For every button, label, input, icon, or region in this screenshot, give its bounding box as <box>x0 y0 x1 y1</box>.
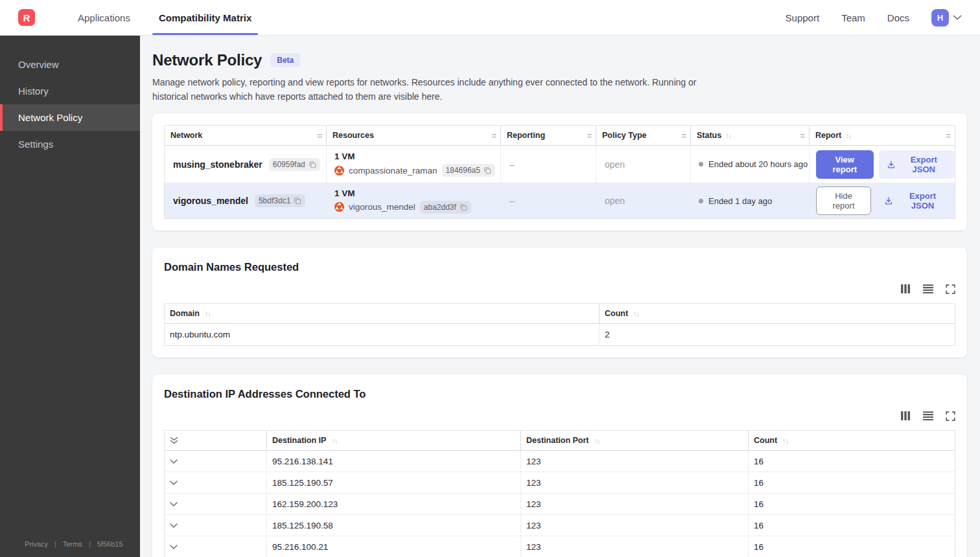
sort-icon[interactable]: ↑↓ <box>782 437 788 444</box>
column-resize-handle[interactable]: = <box>800 131 805 141</box>
domain-value: ntp.ubuntu.com <box>165 324 600 345</box>
destination-table-row: 162.159.200.123 123 16 <box>165 494 955 515</box>
tab-applications[interactable]: Applications <box>75 0 133 35</box>
row-expand-icon[interactable] <box>170 481 178 485</box>
nav-link-support[interactable]: Support <box>786 12 820 23</box>
column-header-count[interactable]: Count ↑↓ <box>749 431 955 450</box>
row-density-icon[interactable] <box>923 284 933 294</box>
column-header-destination-port[interactable]: Destination Port ↑↓ <box>521 431 749 450</box>
row-expand-icon[interactable] <box>170 459 178 464</box>
row-expand-icon[interactable] <box>170 502 178 506</box>
count-value: 16 <box>749 451 955 472</box>
row-expand-icon[interactable] <box>170 523 178 528</box>
network-name: vigorous_mendel <box>173 196 248 206</box>
destinations-table-header: Destination IP ↑↓ Destination Port ↑↓ Co… <box>165 431 955 451</box>
reporting-value: – <box>501 183 596 218</box>
export-json-label: Export JSON <box>901 155 947 174</box>
count-value: 16 <box>749 494 955 514</box>
column-header-reporting[interactable]: Reporting = <box>501 126 596 145</box>
column-header-resources[interactable]: Resources = <box>327 126 501 145</box>
destination-ips-card: Destination IP Addresses Connected To <box>152 374 967 557</box>
columns-icon[interactable] <box>900 411 911 421</box>
privacy-link[interactable]: Privacy <box>25 540 48 548</box>
page-title: Network Policy <box>152 51 262 69</box>
resource-name[interactable]: compassionate_raman <box>349 166 438 176</box>
domains-table-header: Domain ↑↓ Count ↑↓ <box>165 304 955 324</box>
footer-divider: | <box>89 540 91 548</box>
row-expand-icon[interactable] <box>170 545 178 549</box>
top-navigation: R Applications Compatibility Matrix Supp… <box>0 0 980 36</box>
columns-icon[interactable] <box>900 284 911 294</box>
column-header-report[interactable]: Report↑↓ = <box>810 126 955 145</box>
download-icon <box>887 160 896 169</box>
status-dot <box>699 199 703 203</box>
column-label: Domain <box>170 309 200 318</box>
copy-icon[interactable] <box>294 197 301 205</box>
sidebar-item-history[interactable]: History <box>0 78 140 104</box>
count-value: 16 <box>749 515 955 536</box>
status-dot <box>699 162 703 166</box>
column-resize-handle[interactable]: = <box>491 131 496 141</box>
sort-icon[interactable]: ↑↓ <box>725 131 731 139</box>
network-name: musing_stonebraker <box>173 159 262 170</box>
column-resize-handle[interactable]: = <box>946 131 951 141</box>
export-json-button[interactable]: Export JSON <box>879 150 955 179</box>
main-content: Network Policy Beta Manage network polic… <box>140 36 980 557</box>
column-label: Status <box>697 131 721 140</box>
page-description: Manage network policy, reporting and vie… <box>152 76 723 104</box>
network-table-row: musing_stonebraker 60959fad 1 VM <box>165 146 955 183</box>
destination-table-row: 185.125.190.57 123 16 <box>165 472 955 494</box>
sort-icon[interactable]: ↑↓ <box>594 437 600 444</box>
column-header-status[interactable]: Status↑↓ = <box>691 126 810 145</box>
destination-table-row: 95.216.138.141 123 16 <box>165 451 955 472</box>
sort-icon[interactable]: ↑↓ <box>845 131 851 139</box>
status-text: Ended 1 day ago <box>708 196 772 206</box>
user-avatar[interactable]: H <box>931 9 949 27</box>
column-header-policy-type[interactable]: Policy Type = <box>596 126 691 145</box>
tab-compatibility-matrix[interactable]: Compatibility Matrix <box>156 0 254 35</box>
column-header-count[interactable]: Count ↑↓ <box>600 304 955 323</box>
sidebar-item-network-policy[interactable]: Network Policy <box>0 104 140 131</box>
copy-icon[interactable] <box>309 161 316 168</box>
column-label: Policy Type <box>602 131 647 140</box>
destination-ip-value: 185.125.190.57 <box>267 472 521 493</box>
row-density-icon[interactable] <box>923 411 933 421</box>
app-logo[interactable]: R <box>18 9 35 26</box>
copy-icon[interactable] <box>460 203 467 211</box>
column-resize-handle[interactable]: = <box>587 131 592 141</box>
sort-icon[interactable]: ↑↓ <box>331 437 337 444</box>
destination-port-value: 123 <box>521 451 749 472</box>
user-menu[interactable]: H <box>931 9 962 27</box>
nav-link-docs[interactable]: Docs <box>887 12 909 23</box>
resource-name[interactable]: vigorous_mendel <box>349 202 415 212</box>
destination-ip-value: 95.216.138.141 <box>267 451 521 472</box>
copy-icon[interactable] <box>484 166 491 174</box>
column-resize-handle[interactable]: = <box>681 131 686 141</box>
sort-icon[interactable]: ↑↓ <box>205 310 211 317</box>
export-json-button[interactable]: Export JSON <box>876 187 955 215</box>
column-header-destination-ip[interactable]: Destination IP ↑↓ <box>267 431 521 450</box>
expand-fullscreen-icon[interactable] <box>946 411 955 421</box>
destination-ip-value: 162.159.200.123 <box>267 494 521 514</box>
destination-port-value: 123 <box>521 536 749 557</box>
policy-type-value: open <box>596 146 691 183</box>
sort-icon[interactable]: ↑↓ <box>633 310 639 317</box>
column-header-network[interactable]: Network = <box>165 126 327 145</box>
column-label: Resources <box>332 131 374 140</box>
sidebar-item-overview[interactable]: Overview <box>0 51 140 78</box>
expand-fullscreen-icon[interactable] <box>946 284 955 294</box>
network-table-row-selected: vigorous_mendel 5bdf3dc1 1 VM <box>165 183 955 218</box>
resource-id: aba2dd3f <box>424 203 456 212</box>
networks-table-header: Network = Resources = Reporting = Policy… <box>165 126 955 146</box>
expand-all-icon[interactable] <box>170 437 178 444</box>
hide-report-button[interactable]: Hide report <box>816 187 871 215</box>
column-header-domain[interactable]: Domain ↑↓ <box>165 304 600 323</box>
sidebar-item-settings[interactable]: Settings <box>0 131 140 157</box>
column-resize-handle[interactable]: = <box>317 131 322 141</box>
view-report-button[interactable]: View report <box>816 150 874 179</box>
destination-port-value: 123 <box>521 472 749 493</box>
terms-link[interactable]: Terms <box>63 540 82 548</box>
card-title: Domain Names Requested <box>164 259 955 273</box>
download-icon <box>884 196 893 205</box>
nav-link-team[interactable]: Team <box>841 12 865 23</box>
